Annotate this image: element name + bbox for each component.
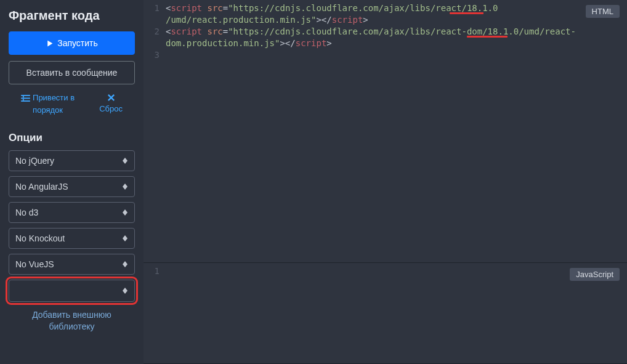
tidy-label-line2: порядок xyxy=(33,105,63,116)
html-editor-pane: HTML 1 2 3 <script src="https://cdnjs.cl… xyxy=(144,0,627,263)
play-icon xyxy=(46,39,54,47)
select-empty-highlighted xyxy=(9,280,135,302)
add-library-label-line1: Добавить внешнюю xyxy=(32,310,111,320)
run-button-label: Запустить xyxy=(57,38,98,48)
code-line: /umd/react.production.min.js"></script> xyxy=(166,14,584,26)
js-editor-pane: JavaScript 1 xyxy=(144,263,627,364)
sidebar: Фрагмент кода Запустить Вставить в сообщ… xyxy=(0,0,144,364)
code-line: <script src="https://cdnjs.cloudflare.co… xyxy=(166,26,584,38)
html-gutter: 1 2 3 xyxy=(144,2,166,61)
select-knockout-input[interactable]: No Knockout xyxy=(9,228,135,249)
reset-button[interactable]: Сброс xyxy=(99,93,123,116)
code-line: <script src="https://cdnjs.cloudflare.co… xyxy=(166,2,584,14)
insert-button-label: Вставить в сообщение xyxy=(26,68,118,78)
line-number xyxy=(144,38,160,49)
select-angular-input[interactable]: No AngularJS xyxy=(9,176,135,197)
select-knockout: No Knockout xyxy=(9,228,135,249)
js-code-content xyxy=(166,265,627,277)
line-number: 2 xyxy=(144,26,160,38)
line-number: 1 xyxy=(144,2,160,14)
code-line: dom.production.min.js"></script> xyxy=(166,38,584,49)
js-badge: JavaScript xyxy=(570,268,620,281)
reset-label: Сброс xyxy=(99,104,123,115)
svg-rect-3 xyxy=(23,96,24,98)
select-vuejs: No VueJS xyxy=(9,254,135,275)
add-library-link[interactable]: Добавить внешнюю библиотеку xyxy=(9,309,135,333)
js-gutter: 1 xyxy=(144,265,166,277)
html-badge: HTML xyxy=(586,5,620,18)
line-number: 1 xyxy=(144,265,160,277)
svg-rect-4 xyxy=(23,99,24,100)
insert-button[interactable]: Вставить в сообщение xyxy=(9,61,135,84)
js-code-area[interactable]: 1 xyxy=(144,263,627,277)
tidy-label-line1: Привести в xyxy=(33,93,75,103)
sidebar-title: Фрагмент кода xyxy=(9,9,135,23)
tidy-icon xyxy=(21,95,30,102)
line-number xyxy=(144,14,160,26)
select-jquery: No jQuery xyxy=(9,150,135,171)
html-code-area[interactable]: 1 2 3 <script src="https://cdnjs.cloudfl… xyxy=(144,0,627,61)
tidy-button[interactable]: Привести в порядок xyxy=(21,93,75,116)
editor-container: HTML 1 2 3 <script src="https://cdnjs.cl… xyxy=(144,0,627,364)
options-title: Опции xyxy=(9,132,135,144)
select-jquery-input[interactable]: No jQuery xyxy=(9,150,135,171)
select-angular: No AngularJS xyxy=(9,176,135,197)
select-empty-input[interactable] xyxy=(9,280,135,302)
select-vuejs-input[interactable]: No VueJS xyxy=(9,254,135,275)
tool-row: Привести в порядок Сброс xyxy=(9,93,135,116)
select-d3-input[interactable]: No d3 xyxy=(9,202,135,223)
svg-rect-0 xyxy=(21,95,30,96)
run-button[interactable]: Запустить xyxy=(9,31,135,55)
close-icon xyxy=(107,93,116,102)
select-d3: No d3 xyxy=(9,202,135,223)
add-library-label-line2: библиотеку xyxy=(49,322,94,331)
line-number: 3 xyxy=(144,49,160,61)
svg-rect-2 xyxy=(21,100,30,102)
html-code-content: <script src="https://cdnjs.cloudflare.co… xyxy=(166,2,627,61)
svg-rect-1 xyxy=(21,98,30,99)
